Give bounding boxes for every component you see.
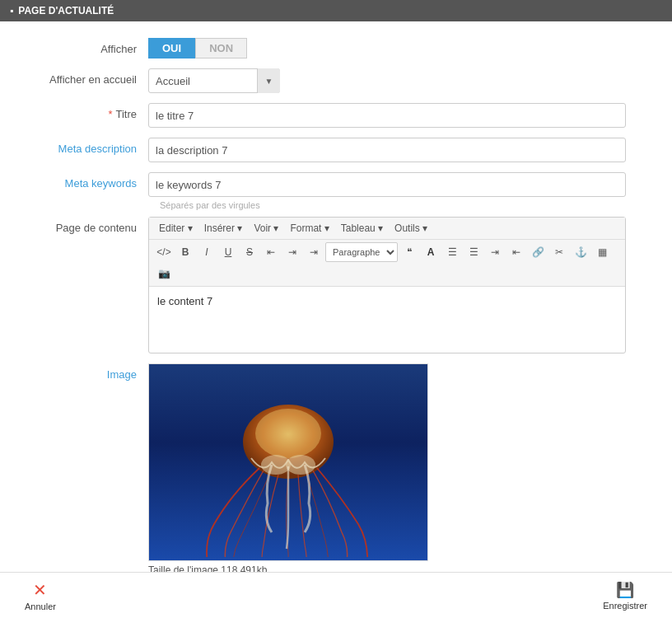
toolbar-font[interactable]: A bbox=[421, 242, 441, 262]
accueil-select-wrapper: Accueil ▼ bbox=[148, 68, 280, 93]
toolbar-align-center[interactable]: ⇥ bbox=[282, 242, 302, 262]
menu-editer[interactable]: Editer ▾ bbox=[154, 221, 198, 236]
toolbar-code[interactable]: </> bbox=[154, 242, 174, 262]
afficher-accueil-row: Afficher en accueil Accueil ▼ bbox=[0, 68, 672, 93]
required-indicator: * bbox=[108, 108, 112, 120]
meta-keywords-label: Meta keywords bbox=[16, 172, 148, 190]
toolbar-image-icon[interactable]: 📷 bbox=[154, 264, 174, 283]
menu-voir[interactable]: Voir ▾ bbox=[249, 221, 283, 236]
svg-point-3 bbox=[286, 455, 315, 475]
toolbar-bold[interactable]: B bbox=[175, 242, 195, 262]
footer-bar: ✕ Annuler 💾 Enregistrer bbox=[0, 572, 672, 618]
page-header: ▪ PAGE D'ACTUALITÉ bbox=[0, 0, 672, 21]
menu-format[interactable]: Format ▾ bbox=[285, 221, 334, 236]
toggle-group: OUI NON bbox=[148, 38, 247, 59]
afficher-row: Afficher OUI NON bbox=[0, 38, 672, 59]
toolbar-paragraph-select[interactable]: Paragraphe bbox=[325, 242, 398, 262]
afficher-accueil-label: Afficher en accueil bbox=[16, 68, 148, 86]
save-icon: 💾 bbox=[616, 581, 634, 599]
image-container: Taille de l'image 118.491kb 📄 📄 Ajouter … bbox=[148, 363, 428, 606]
toolbar-ul[interactable]: ☰ bbox=[442, 242, 462, 262]
page-title: PAGE D'ACTUALITÉ bbox=[18, 5, 114, 16]
page-contenu-row: Page de contenu Editer ▾ Insérer ▾ Voir … bbox=[0, 217, 672, 353]
toolbar-outdent[interactable]: ⇤ bbox=[506, 242, 526, 262]
toolbar-strikethrough[interactable]: S bbox=[240, 242, 259, 262]
toolbar-underline[interactable]: U bbox=[218, 242, 238, 262]
afficher-label: Afficher bbox=[16, 38, 148, 55]
header-icon: ▪ bbox=[10, 5, 13, 16]
toolbar-blockquote[interactable]: ❝ bbox=[399, 242, 419, 262]
accueil-select[interactable]: Accueil bbox=[148, 68, 280, 93]
main-content: Afficher OUI NON Afficher en accueil Acc… bbox=[0, 21, 672, 618]
titre-input[interactable] bbox=[148, 103, 626, 128]
jellyfish-svg bbox=[206, 368, 371, 557]
keywords-hint: Séparés par des virgules bbox=[143, 200, 672, 210]
menu-inserer[interactable]: Insérer ▾ bbox=[199, 221, 248, 236]
editor-body[interactable]: le content 7 bbox=[149, 287, 625, 353]
image-preview bbox=[148, 363, 428, 561]
page-contenu-label: Page de contenu bbox=[16, 217, 148, 234]
image-label: Image bbox=[16, 363, 148, 381]
titre-label: *Titre bbox=[16, 103, 148, 120]
editor-menubar: Editer ▾ Insérer ▾ Voir ▾ Format ▾ Table… bbox=[149, 218, 625, 240]
editor-toolbar: </> B I U S ⇤ ⇥ ⇥ Paragraphe ❝ A ☰ ☰ ⇥ ⇤… bbox=[149, 240, 625, 287]
menu-tableau[interactable]: Tableau ▾ bbox=[336, 221, 388, 236]
enregistrer-label: Enregistrer bbox=[603, 601, 647, 611]
titre-row: *Titre bbox=[0, 103, 672, 128]
meta-keywords-row: Meta keywords bbox=[0, 172, 672, 197]
meta-keywords-input[interactable] bbox=[148, 172, 626, 197]
annuler-label: Annuler bbox=[25, 602, 56, 611]
non-button[interactable]: NON bbox=[195, 38, 247, 59]
editor-container: Editer ▾ Insérer ▾ Voir ▾ Format ▾ Table… bbox=[148, 217, 626, 353]
meta-description-input[interactable] bbox=[148, 138, 626, 162]
toolbar-link[interactable]: 🔗 bbox=[528, 242, 548, 262]
menu-outils[interactable]: Outils ▾ bbox=[390, 221, 432, 236]
image-row: Image bbox=[0, 363, 672, 606]
meta-description-row: Meta description bbox=[0, 138, 672, 162]
annuler-button[interactable]: ✕ Annuler bbox=[13, 575, 68, 616]
cancel-icon: ✕ bbox=[33, 580, 47, 600]
meta-description-label: Meta description bbox=[16, 138, 148, 155]
toolbar-align-right[interactable]: ⇥ bbox=[304, 242, 324, 262]
enregistrer-button[interactable]: 💾 Enregistrer bbox=[591, 576, 659, 616]
toolbar-unlink[interactable]: ✂ bbox=[549, 242, 569, 262]
oui-button[interactable]: OUI bbox=[148, 38, 195, 59]
toolbar-anchor[interactable]: ⚓ bbox=[571, 242, 590, 262]
toolbar-align-left[interactable]: ⇤ bbox=[261, 242, 281, 262]
toolbar-ol[interactable]: ☰ bbox=[464, 242, 483, 262]
toolbar-italic[interactable]: I bbox=[197, 242, 217, 262]
toolbar-table-icon[interactable]: ▦ bbox=[592, 242, 612, 262]
toolbar-indent[interactable]: ⇥ bbox=[485, 242, 505, 262]
svg-point-1 bbox=[255, 409, 321, 458]
